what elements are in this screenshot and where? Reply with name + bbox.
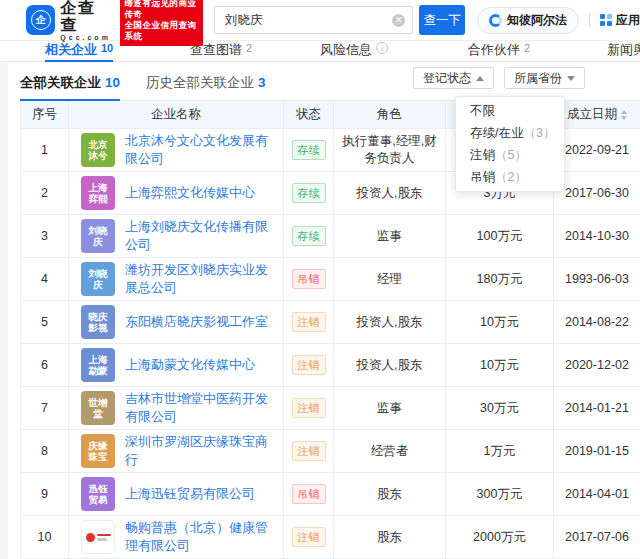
table-row: 6上海勐蒙上海勐蒙文化传媒中心注销投资人,股东10万元2020-12-02 xyxy=(21,344,640,387)
tab-5[interactable]: 新闻舆情 xyxy=(607,41,640,62)
col-header-label: 成立日期 xyxy=(567,107,617,121)
qcc-logo-glyph: 企 xyxy=(31,10,51,30)
filter-province-label: 所属省份 xyxy=(514,70,562,87)
dropdown-item-3[interactable]: 注销（5） xyxy=(456,144,564,166)
company-name-link[interactable]: 上海刘晓庆文化传播有限公司 xyxy=(125,218,279,254)
company-logo[interactable]: 刘晓庆 xyxy=(81,219,115,253)
date-cell: 2020-12-02 xyxy=(554,344,640,387)
date-cell: 1993-06-03 xyxy=(554,258,640,301)
table-row: 9迅钰贸易上海迅钰贸易有限公司吊销股东300万元2014-04-01 xyxy=(21,473,640,516)
amount-cell: 10万元 xyxy=(446,344,554,387)
company-name-link[interactable]: 上海勐蒙文化传媒中心 xyxy=(125,356,255,374)
date-cell: 2017-07-06 xyxy=(554,516,640,559)
dropdown-item-label: 存续/在业 xyxy=(470,126,523,140)
company-name-link[interactable]: 上海迅钰贸易有限公司 xyxy=(125,485,255,503)
subnav-tab-2[interactable]: 历史全部关联企业3 xyxy=(146,74,266,99)
company-logo[interactable]: 上海弈熙 xyxy=(81,176,115,210)
company-cell: 晓庆影视东阳横店晓庆影视工作室 xyxy=(73,305,279,339)
filter-province-button[interactable]: 所属省份 xyxy=(504,67,585,89)
status-dropdown-menu: 不限存续/在业（3）注销（5）吊销（2） xyxy=(455,96,565,192)
tab-4[interactable]: 合作伙伴2 xyxy=(468,41,530,62)
company-logo[interactable]: 迅钰贸易 xyxy=(81,477,115,511)
alpha-c-icon xyxy=(489,14,502,27)
company-cell: 庆缘珠宝深圳市罗湖区庆缘珠宝商行 xyxy=(73,433,279,469)
company-name-link[interactable]: 畅购普惠（北京）健康管理有限公司 xyxy=(125,519,279,555)
tab-1[interactable]: 相关企业10 xyxy=(45,41,113,62)
company-name-link[interactable]: 上海弈熙文化传媒中心 xyxy=(125,184,255,202)
role-cell: 股东 xyxy=(334,473,446,516)
tab-label: 风险信息 xyxy=(320,41,372,59)
dropdown-item-count: （5） xyxy=(495,148,527,162)
company-logo[interactable]: 庆缘珠宝 xyxy=(81,434,115,468)
brand-domain: Qcc.com xyxy=(60,33,111,42)
company-logo-image[interactable] xyxy=(81,520,115,554)
status-badge: 吊销 xyxy=(292,269,326,289)
tab-3[interactable]: 风险信息i xyxy=(320,41,388,62)
company-cell: 北京沐兮北京沐兮文心文化发展有限公司 xyxy=(73,132,279,168)
company-logo[interactable]: 晓庆影视 xyxy=(81,305,115,339)
qcc-logo[interactable]: 企 企查查 Qcc.com xyxy=(26,0,112,42)
search-box: ✕ xyxy=(214,6,413,34)
filter-status-label: 登记状态 xyxy=(423,70,471,87)
date-cell: 2019-01-15 xyxy=(554,430,640,473)
col-header-3: 状态 xyxy=(284,101,334,129)
clear-search-icon[interactable]: ✕ xyxy=(392,14,405,27)
col-header-label: 序号 xyxy=(32,107,57,121)
qcc-logo-text: 企查查 Qcc.com xyxy=(60,0,111,42)
search-button[interactable]: 查一下 xyxy=(419,5,465,35)
col-header-label: 企业名称 xyxy=(151,107,201,121)
date-cell: 2014-04-01 xyxy=(554,473,640,516)
role-cell: 执行董事,经理,财务负责人 xyxy=(334,129,446,172)
company-name-link[interactable]: 深圳市罗湖区庆缘珠宝商行 xyxy=(125,433,279,469)
company-name-link[interactable]: 北京沐兮文心文化发展有限公司 xyxy=(125,132,279,168)
role-cell: 投资人,股东 xyxy=(334,344,446,387)
table-row: 7世增堂吉林市世增堂中医药开发有限公司注销监事30万元2014-01-21 xyxy=(21,387,640,430)
company-logo[interactable]: 北京沐兮 xyxy=(81,133,115,167)
chevron-down-icon xyxy=(567,76,575,81)
company-logo[interactable]: 刘晓庆 xyxy=(81,262,115,296)
navbar-divider xyxy=(589,13,590,27)
dropdown-item-4[interactable]: 吊销（2） xyxy=(456,166,564,188)
subnav-count: 3 xyxy=(258,75,266,90)
company-cell: 世增堂吉林市世增堂中医药开发有限公司 xyxy=(73,390,279,426)
amount-cell: 100万元 xyxy=(446,215,554,258)
company-name-link[interactable]: 吉林市世增堂中医药开发有限公司 xyxy=(125,390,279,426)
sort-icon[interactable] xyxy=(621,110,627,120)
company-logo[interactable]: 世增堂 xyxy=(81,391,115,425)
row-number: 8 xyxy=(21,430,69,473)
main-tabs: 相关企业10查查图谱2风险信息i合作伙伴2新闻舆情 xyxy=(0,41,640,62)
status-badge: 注销 xyxy=(292,398,326,418)
col-header-4: 角色 xyxy=(334,101,446,129)
role-cell: 投资人,股东 xyxy=(334,172,446,215)
subnav-tab-1[interactable]: 全部关联企业10 xyxy=(20,74,120,101)
qcc-logo-icon: 企 xyxy=(26,5,55,35)
dropdown-item-2[interactable]: 存续/在业（3） xyxy=(456,122,564,144)
col-header-2: 企业名称 xyxy=(69,101,284,129)
tab-count: 2 xyxy=(524,41,530,54)
dropdown-item-label: 吊销 xyxy=(470,170,495,184)
date-cell: 2014-08-22 xyxy=(554,301,640,344)
amount-cell: 300万元 xyxy=(446,473,554,516)
col-header-6[interactable]: 成立日期 xyxy=(554,101,640,129)
filter-status-button[interactable]: 登记状态 xyxy=(413,67,494,89)
company-name-link[interactable]: 东阳横店晓庆影视工作室 xyxy=(125,313,268,331)
status-badge: 注销 xyxy=(292,355,326,375)
date-cell: 2014-10-30 xyxy=(554,215,640,258)
search-input[interactable] xyxy=(215,13,412,27)
company-name-link[interactable]: 潍坊开发区刘晓庆实业发展总公司 xyxy=(125,261,279,297)
amount-cell: 2000万元 xyxy=(446,516,554,559)
tab-count: 10 xyxy=(101,41,113,54)
row-number: 9 xyxy=(21,473,69,516)
status-badge: 存续 xyxy=(292,183,326,203)
row-number: 2 xyxy=(21,172,69,215)
subnav-count: 10 xyxy=(105,75,120,90)
dropdown-item-1[interactable]: 不限 xyxy=(456,100,564,122)
company-logo[interactable]: 上海勐蒙 xyxy=(81,348,115,382)
filter-buttons: 登记状态 所属省份 xyxy=(413,67,585,89)
zhibi-alpha-button[interactable]: 知彼阿尔法 xyxy=(477,7,579,34)
tab-label: 相关企业 xyxy=(45,41,97,59)
page: 企 企查查 Qcc.com 缔造有远见的商业传奇 全国企业信用查询系统 ✕ 查一… xyxy=(0,0,640,559)
amount-cell: 180万元 xyxy=(446,258,554,301)
apps-button[interactable]: 应用 xyxy=(600,12,640,29)
top-navbar: 企 企查查 Qcc.com 缔造有远见的商业传奇 全国企业信用查询系统 ✕ 查一… xyxy=(0,0,640,41)
